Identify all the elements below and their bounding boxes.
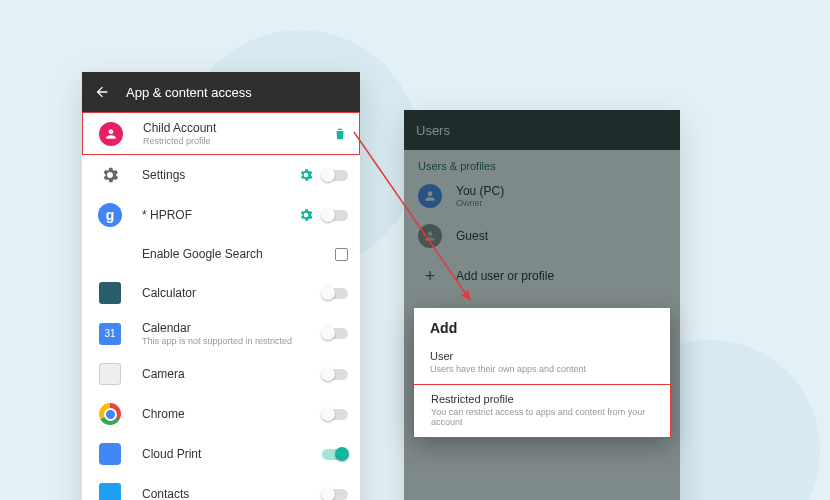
app-row-camera[interactable]: Camera <box>82 354 360 394</box>
app-label: Contacts <box>142 487 314 500</box>
back-arrow-icon[interactable] <box>94 84 110 100</box>
calendar-icon: 31 <box>99 323 121 345</box>
app-sub: This app is not supported in restricted <box>142 336 314 346</box>
calendar-toggle[interactable] <box>322 328 348 339</box>
delete-profile-icon[interactable] <box>333 127 347 141</box>
camera-toggle[interactable] <box>322 369 348 380</box>
chrome-toggle[interactable] <box>322 409 348 420</box>
profile-sub: Restricted profile <box>143 136 325 146</box>
option-title: User <box>430 350 654 362</box>
profile-row[interactable]: Child Account Restricted profile <box>82 112 360 155</box>
google-search-label: Enable Google Search <box>142 247 327 261</box>
hprof-gear-icon[interactable] <box>298 207 314 223</box>
contacts-icon <box>99 483 121 500</box>
appbar: App & content access <box>82 72 360 112</box>
add-dialog: Add User Users have their own apps and c… <box>414 308 670 437</box>
app-row-cloud-print[interactable]: Cloud Print <box>82 434 360 474</box>
contacts-toggle[interactable] <box>322 489 348 500</box>
app-label: Cloud Print <box>142 447 314 461</box>
hprof-toggle[interactable] <box>322 210 348 221</box>
google-icon: g <box>98 203 122 227</box>
app-label: Calculator <box>142 286 314 300</box>
cloud-print-toggle[interactable] <box>322 449 348 460</box>
google-search-checkbox[interactable] <box>335 248 348 261</box>
app-label: Calendar <box>142 321 314 335</box>
dialog-option-user[interactable]: User Users have their own apps and conte… <box>414 344 670 384</box>
calculator-icon <box>99 282 121 304</box>
dialog-option-restricted[interactable]: Restricted profile You can restrict acce… <box>413 384 671 438</box>
app-row-calculator[interactable]: Calculator <box>82 273 360 313</box>
option-title: Restricted profile <box>431 393 653 405</box>
settings-icon <box>98 163 122 187</box>
settings-toggle[interactable] <box>322 170 348 181</box>
option-sub: Users have their own apps and content <box>430 364 654 374</box>
app-row-contacts[interactable]: Contacts <box>82 474 360 500</box>
hprof-row[interactable]: g * HPROF <box>82 195 360 235</box>
chrome-icon <box>99 403 121 425</box>
app-label: Chrome <box>142 407 314 421</box>
app-row-calendar[interactable]: 31 Calendar This app is not supported in… <box>82 313 360 354</box>
calculator-toggle[interactable] <box>322 288 348 299</box>
cloud-print-icon <box>99 443 121 465</box>
annotation-arrow <box>348 130 478 320</box>
app-content-access-screen: App & content access Child Account Restr… <box>82 72 360 500</box>
settings-label: Settings <box>142 168 290 182</box>
settings-row[interactable]: Settings <box>82 155 360 195</box>
hprof-label: * HPROF <box>142 208 290 222</box>
profile-name: Child Account <box>143 121 325 135</box>
svg-line-0 <box>354 132 470 300</box>
app-label: Camera <box>142 367 314 381</box>
appbar-title: App & content access <box>126 85 252 100</box>
settings-gear-icon[interactable] <box>298 167 314 183</box>
option-sub: You can restrict access to apps and cont… <box>431 407 653 427</box>
camera-icon <box>99 363 121 385</box>
google-search-row[interactable]: Enable Google Search <box>82 235 360 273</box>
profile-avatar-icon <box>99 122 123 146</box>
app-row-chrome[interactable]: Chrome <box>82 394 360 434</box>
